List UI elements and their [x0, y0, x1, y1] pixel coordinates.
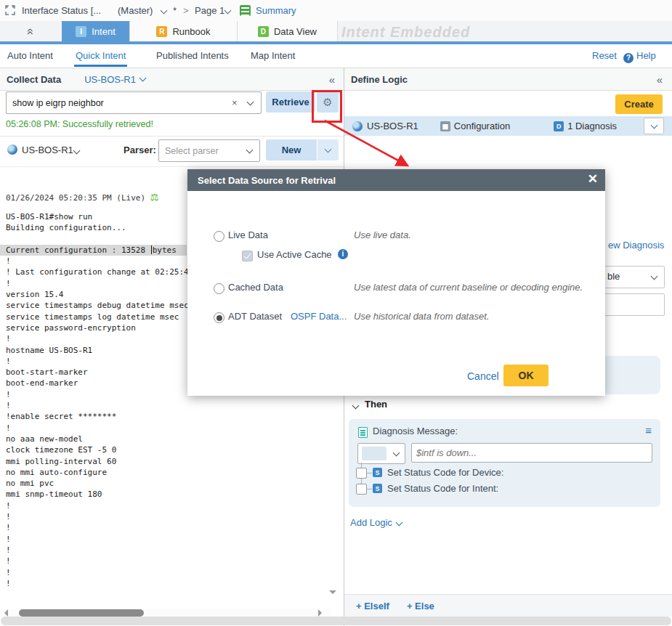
- live-data-label: Live Data: [228, 229, 268, 240]
- cached-data-radio[interactable]: [214, 283, 224, 294]
- divider: [0, 166, 344, 167]
- result-device-chevron-icon[interactable]: [73, 147, 81, 155]
- main-tabbar: « I Intent R Runbook D Data View: [0, 21, 672, 41]
- set-status-intent-checkbox[interactable]: [356, 484, 367, 495]
- cached-data-label: Cached Data: [228, 282, 283, 293]
- help-icon: ?: [623, 53, 633, 63]
- status-code-device-icon: S: [373, 468, 382, 477]
- occluded-input[interactable]: [596, 293, 665, 316]
- add-logic-link[interactable]: Add Logic: [350, 517, 402, 528]
- map-master-label[interactable]: (Master): [118, 5, 153, 16]
- subtab-quick-intent[interactable]: Quick Intent: [76, 50, 126, 61]
- retrieve-button[interactable]: Retrieve: [266, 92, 315, 113]
- then-collapse-chevron-icon[interactable]: [352, 402, 360, 410]
- cancel-button[interactable]: Cancel: [467, 370, 499, 382]
- modal-titlebar: Select Data Source for Retrival ✕: [187, 169, 605, 191]
- vscroll-down-arrow[interactable]: [329, 590, 336, 594]
- new-parser-button[interactable]: New: [266, 139, 317, 160]
- diagnosis-message-label: Diagnosis Message:: [373, 426, 458, 436]
- hscroll-thumb[interactable]: [19, 609, 144, 617]
- map-master-chevron-icon[interactable]: [161, 7, 168, 15]
- terminal-line: !: [0, 522, 331, 533]
- page-selector[interactable]: Page 1: [195, 5, 224, 16]
- collect-data-title: Collect Data: [7, 74, 61, 85]
- bottom-scrollbar[interactable]: [1, 617, 671, 625]
- parser-select-value: Select parser: [165, 146, 219, 156]
- collapse-tabs-button[interactable]: «: [0, 21, 62, 41]
- create-button[interactable]: Create: [615, 94, 663, 114]
- intent-embedded-watermark: Intent Embedded: [341, 24, 470, 41]
- add-else-link[interactable]: + Else: [407, 601, 434, 611]
- subtab-map-intent[interactable]: Map Intent: [251, 50, 295, 61]
- severity-swatch: [362, 447, 386, 460]
- add-elseif-link[interactable]: + ElseIf: [356, 601, 389, 611]
- ospf-data-link[interactable]: OSPF Data...: [291, 311, 347, 322]
- set-status-device-checkbox[interactable]: [356, 468, 367, 479]
- page-chevron-icon[interactable]: [224, 7, 232, 15]
- device-selector-chevron-icon[interactable]: [139, 75, 146, 82]
- text-cursor: [151, 245, 152, 254]
- info-icon[interactable]: i: [338, 249, 348, 259]
- retrieve-status: 05:26:08 PM: Successfully retrieved!: [6, 119, 153, 129]
- menu-hamburger-icon[interactable]: ≡: [645, 424, 652, 436]
- severity-select[interactable]: [357, 443, 405, 464]
- subtab-auto-intent[interactable]: Auto Intent: [7, 50, 53, 61]
- logic-device-row[interactable]: US-BOS-R1 ▩ Configuration D 1 Diagnosis: [344, 116, 672, 136]
- logic-device-icon: [352, 121, 363, 131]
- define-logic-title: Define Logic: [351, 74, 408, 85]
- collapse-right-panel-icon[interactable]: «: [657, 73, 663, 86]
- subtab-published-intents[interactable]: Published Intents: [156, 50, 229, 61]
- occluded-dropdown-chevron-icon: [651, 273, 658, 280]
- terminal-line: !: [0, 556, 331, 566]
- diagnosis-icon: D: [554, 121, 564, 131]
- then-card: Diagnosis Message: ≡ S Set Status Code f…: [349, 419, 660, 507]
- tree-connector-stub: [366, 473, 372, 473]
- result-device-label[interactable]: US-BOS-R1: [22, 145, 73, 155]
- breadcrumb-separator: >: [183, 5, 189, 16]
- divider: [0, 136, 344, 137]
- use-active-cache-checkbox[interactable]: [242, 251, 253, 261]
- diagnosis-message-input[interactable]: [411, 443, 652, 463]
- command-combobox[interactable]: show ip eigrp neighbor ×: [6, 92, 262, 114]
- add-logic-label: Add Logic: [350, 517, 392, 528]
- terminal-line: !: [0, 423, 331, 434]
- parser-label: Parser:: [124, 145, 156, 155]
- new-parser-dropdown-button[interactable]: [317, 139, 339, 160]
- terminal-line: no mmi auto-configure: [0, 467, 331, 478]
- hscroll-left-arrow[interactable]: [4, 609, 8, 617]
- summary-link[interactable]: Summary: [256, 5, 296, 16]
- help-button[interactable]: ?Help: [623, 50, 656, 63]
- expand-icon[interactable]: [5, 5, 15, 15]
- modal-close-icon[interactable]: ✕: [588, 171, 598, 187]
- new-diagnosis-link-fragment[interactable]: ew Diagnosis: [608, 240, 664, 251]
- runbook-tab-icon: R: [156, 26, 167, 37]
- map-toolbar: Interface Status [... (Master) * > Page …: [0, 0, 672, 22]
- ok-button[interactable]: OK: [503, 365, 548, 386]
- double-chevron-up-icon: «: [25, 28, 37, 34]
- clear-command-icon[interactable]: ×: [232, 97, 238, 108]
- live-data-radio[interactable]: [214, 231, 224, 242]
- data-source-gear-button[interactable]: ⚙: [317, 92, 339, 113]
- compare-scales-icon[interactable]: ⚖: [150, 192, 159, 203]
- tab-runbook[interactable]: R Runbook: [130, 21, 238, 41]
- terminal-line: !: [0, 578, 331, 589]
- terminal-line: !: [0, 511, 331, 522]
- reset-button[interactable]: Reset: [592, 50, 617, 61]
- hscroll-right-arrow[interactable]: [318, 609, 322, 617]
- tab-dataview[interactable]: D Data View: [238, 21, 338, 41]
- collapse-left-panel-icon[interactable]: «: [329, 73, 335, 86]
- device-row-chevron-icon: [650, 121, 657, 129]
- parser-select-chevron-icon: [246, 147, 254, 154]
- adt-dataset-radio[interactable]: [214, 312, 224, 323]
- device-selector[interactable]: US-BOS-R1: [84, 74, 136, 85]
- device-row-expand-button[interactable]: [644, 118, 664, 134]
- parser-select[interactable]: Select parser: [158, 139, 260, 162]
- tab-intent[interactable]: I Intent: [62, 21, 130, 41]
- dataview-tab-icon: D: [258, 26, 269, 37]
- elseif-else-bar: + ElseIf + Else: [344, 594, 672, 617]
- occluded-dropdown-value: ble: [607, 271, 620, 282]
- terminal-line: !: [0, 567, 331, 578]
- command-dropdown-icon[interactable]: [247, 99, 254, 106]
- terminal-timestamp: 01/26/2024 05:20:35 PM (Live): [6, 193, 145, 203]
- occluded-dropdown[interactable]: ble: [596, 266, 665, 288]
